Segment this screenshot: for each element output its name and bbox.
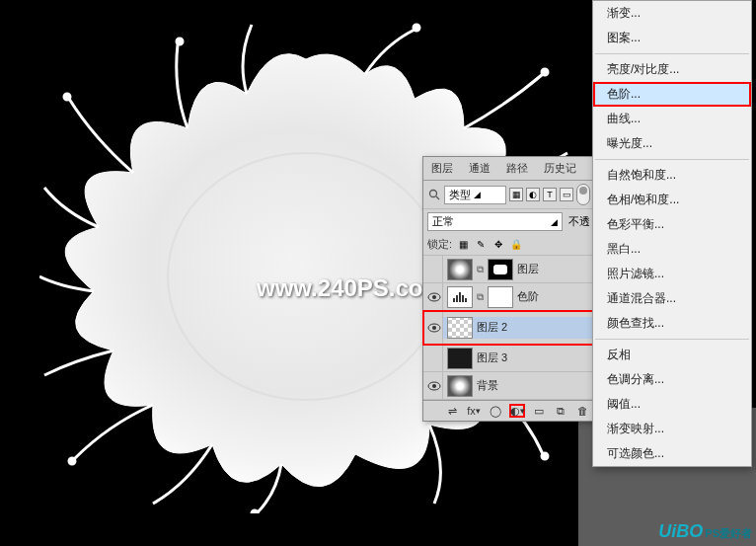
layer-name[interactable]: 图层 2 (477, 320, 507, 335)
logo-main: UiBO (658, 521, 703, 541)
lock-pixels-icon[interactable]: ✎ (474, 238, 488, 252)
svg-point-1 (64, 94, 70, 100)
visibility-toggle[interactable] (425, 311, 443, 344)
chevron-down-icon: ◢ (474, 190, 481, 199)
new-adjustment-layer-icon[interactable]: ◐▾ (509, 404, 525, 418)
layer-name[interactable]: 图层 3 (477, 351, 507, 365)
svg-rect-17 (465, 298, 467, 302)
svg-line-10 (436, 196, 439, 199)
layer-row[interactable]: 背景 (423, 372, 594, 400)
svg-point-3 (414, 25, 419, 31)
layer-mask-thumbnail[interactable] (488, 259, 513, 280)
filter-row: 类型 ◢ ▦ ◐ T ▭ (423, 181, 594, 209)
adjustment-filter-icon[interactable]: ◐ (526, 188, 540, 201)
shape-filter-icon[interactable]: ▭ (560, 188, 573, 201)
svg-point-21 (432, 384, 436, 388)
layer-mask-thumbnail[interactable] (488, 286, 513, 308)
layer-thumbnail[interactable] (447, 259, 473, 280)
svg-point-12 (432, 295, 436, 299)
link-icon: ⧉ (477, 291, 484, 303)
adjustment-thumbnail[interactable] (447, 286, 473, 308)
add-mask-icon[interactable]: ◯ (488, 404, 503, 418)
menu-separator (595, 159, 749, 160)
menu-gradient[interactable]: 渐变... (593, 1, 751, 26)
visibility-toggle[interactable] (425, 345, 443, 371)
pixel-layers-icon[interactable]: ▦ (509, 188, 523, 201)
menu-photo-filter[interactable]: 照片滤镜... (593, 262, 751, 286)
menu-separator (595, 339, 749, 340)
menu-selective-color[interactable]: 可选颜色... (593, 441, 751, 466)
menu-invert[interactable]: 反相 (593, 343, 751, 367)
filter-toggle[interactable] (576, 184, 590, 205)
layer-thumbnail[interactable] (447, 317, 473, 339)
link-layers-icon[interactable]: ⇌ (444, 404, 460, 418)
eye-icon (427, 323, 441, 333)
layer-list: ⧉ 图层 ⧉ 色阶 (423, 256, 594, 400)
new-group-icon[interactable]: ▭ (531, 404, 547, 418)
layer-name[interactable]: 色阶 (517, 289, 539, 304)
layer-thumbnail[interactable] (447, 375, 473, 397)
filter-type-label: 类型 (449, 188, 471, 202)
lock-all-icon[interactable]: 🔒 (509, 238, 523, 252)
tab-paths[interactable]: 路径 (498, 157, 536, 180)
filter-icon[interactable] (427, 188, 441, 201)
menu-exposure[interactable]: 曝光度... (593, 131, 751, 156)
type-filter-icon[interactable]: T (543, 188, 557, 201)
layer-row[interactable]: ⧉ 图层 (423, 256, 594, 283)
menu-black-white[interactable]: 黑白... (593, 237, 751, 262)
svg-rect-15 (459, 292, 461, 302)
svg-point-19 (432, 326, 436, 330)
layer-row-selected[interactable]: 图层 2 (423, 311, 594, 345)
lock-position-icon[interactable]: ✥ (491, 238, 505, 252)
menu-color-balance[interactable]: 色彩平衡... (593, 212, 751, 237)
visibility-toggle[interactable] (425, 283, 443, 310)
layer-thumbnail[interactable] (447, 348, 473, 369)
adjustment-layer-menu: 渐变... 图案... 亮度/对比度... 色阶... 曲线... 曝光度...… (592, 0, 752, 467)
menu-levels[interactable]: 色阶... (593, 82, 751, 107)
eye-icon (427, 292, 441, 302)
menu-brightness-contrast[interactable]: 亮度/对比度... (593, 57, 751, 82)
menu-separator (595, 53, 749, 54)
svg-rect-16 (462, 295, 464, 302)
svg-point-7 (252, 510, 258, 513)
menu-hue-saturation[interactable]: 色相/饱和度... (593, 188, 751, 212)
menu-channel-mixer[interactable]: 通道混合器... (593, 286, 751, 311)
tab-channels[interactable]: 通道 (461, 157, 498, 180)
menu-curves[interactable]: 曲线... (593, 107, 751, 131)
tab-layers[interactable]: 图层 (423, 157, 461, 180)
svg-point-6 (542, 453, 548, 459)
opacity-label: 不透 (568, 214, 590, 229)
layer-row[interactable]: ⧉ 色阶 (423, 283, 594, 311)
menu-threshold[interactable]: 阈值... (593, 392, 751, 417)
menu-vibrance[interactable]: 自然饱和度... (593, 163, 751, 188)
layer-name[interactable]: 背景 (477, 378, 498, 393)
layer-name[interactable]: 图层 (517, 262, 539, 276)
panel-tabs: 图层 通道 路径 历史记 (423, 157, 594, 181)
new-layer-icon[interactable]: ⧉ (553, 404, 568, 418)
fx-icon[interactable]: fx▾ (466, 404, 482, 418)
svg-rect-14 (456, 295, 458, 302)
layer-filter-type[interactable]: 类型 ◢ (444, 186, 506, 204)
visibility-toggle[interactable] (425, 372, 443, 399)
logo-sub: PS爱好者 (705, 526, 752, 541)
svg-point-0 (168, 153, 444, 400)
levels-icon (451, 290, 469, 304)
lock-transparent-icon[interactable]: ▦ (456, 238, 470, 252)
menu-pattern[interactable]: 图案... (593, 26, 751, 50)
menu-color-lookup[interactable]: 颜色查找... (593, 311, 751, 336)
menu-posterize[interactable]: 色调分离... (593, 367, 751, 392)
layer-row[interactable]: 图层 3 (423, 345, 594, 372)
menu-gradient-map[interactable]: 渐变映射... (593, 417, 751, 441)
chevron-down-icon: ◢ (551, 217, 558, 227)
svg-point-4 (542, 69, 548, 75)
visibility-toggle[interactable] (425, 256, 443, 282)
layers-panel: 图层 通道 路径 历史记 类型 ◢ ▦ ◐ T ▭ 正常 ◢ 不透 锁定: ▦ … (422, 156, 595, 422)
watermark-text: www.240PS.com (257, 274, 444, 302)
delete-layer-icon[interactable]: 🗑 (574, 404, 590, 418)
tab-history[interactable]: 历史记 (536, 157, 584, 180)
lock-label: 锁定: (427, 237, 452, 252)
svg-point-8 (69, 458, 75, 464)
blend-mode-select[interactable]: 正常 ◢ (427, 212, 563, 231)
svg-rect-13 (453, 298, 455, 302)
eye-icon (427, 381, 441, 391)
